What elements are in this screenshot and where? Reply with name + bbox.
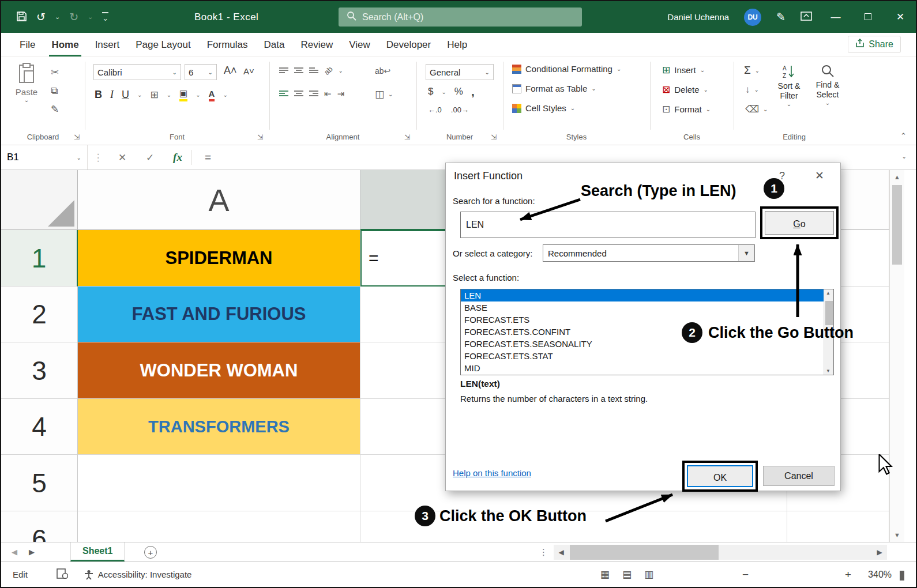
expand-formula-bar-chevron-icon[interactable]: ⌄ [902,153,907,160]
dialog-close-icon[interactable]: ✕ [815,169,824,182]
undo-icon[interactable]: ↺ [36,12,46,22]
copy-icon[interactable]: ⧉ [51,86,58,96]
insert-function-icon[interactable]: fx [164,151,191,164]
scroll-right-icon[interactable]: ▶ [872,545,887,560]
zoom-level[interactable]: 340% [868,570,892,580]
cell-styles-button[interactable]: Cell Styles⌄ [512,103,575,113]
orientation-icon[interactable]: ab [322,65,335,77]
sheet-tab-sheet1[interactable]: Sheet1 [70,542,125,561]
format-as-table-button[interactable]: Format as Table⌄ [512,84,596,93]
tab-scroll-divider-icon[interactable]: ⋮ [539,547,548,557]
scroll-down-icon[interactable]: ▼ [890,532,904,538]
ok-button[interactable]: OK [687,465,753,487]
comma-format-icon[interactable]: , [471,85,475,99]
cell-a1[interactable]: SPIDERMAN [78,230,360,287]
font-name-combobox[interactable]: Calibri⌄ [93,64,181,80]
insert-cells-button[interactable]: ⊞ Insert⌄ [662,64,705,76]
undo-chevron-icon[interactable]: ⌄ [55,13,60,21]
cell-a3[interactable]: WONDER WOMAN [78,342,360,399]
bold-button[interactable]: B [95,89,102,101]
avatar[interactable]: DU [744,9,761,26]
cell-a6[interactable] [78,511,360,542]
increase-font-size-icon[interactable]: A˄ [224,65,237,77]
go-button[interactable]: Go [765,211,834,235]
sheet-nav-right-icon[interactable]: ▶ [29,548,35,556]
vertical-scrollbar-thumb[interactable] [892,185,902,265]
format-painter-icon[interactable]: ✎ [51,104,59,114]
quick-access-toolbar-chevron-icon[interactable]: ⌄ [102,12,108,22]
function-item[interactable]: MID [461,362,833,374]
merge-center-icon[interactable]: ◫ [375,89,384,99]
paste-button[interactable]: Paste ⌄ [9,63,44,103]
function-item[interactable]: FORECAST.ETS.STAT [461,350,833,362]
autosum-icon[interactable]: Σ [744,64,751,77]
increase-decimal-icon[interactable]: ←.0 [428,105,442,114]
close-button[interactable]: ✕ [892,11,909,23]
select-all-corner[interactable] [1,170,78,230]
borders-icon[interactable]: ⊞ [150,90,158,100]
align-top-icon[interactable] [279,67,288,74]
new-sheet-button[interactable]: + [144,546,157,559]
horizontal-scrollbar-thumb[interactable] [570,545,719,560]
font-color-icon[interactable]: A [209,89,215,101]
enter-entry-icon[interactable]: ✓ [136,152,164,164]
share-button[interactable]: Share [848,36,901,53]
cut-icon[interactable]: ✂ [51,67,59,77]
page-break-view-icon[interactable]: ▥ [644,568,653,581]
clear-icon[interactable]: ⌫ [745,104,759,114]
minimize-button[interactable]: — [827,12,844,23]
row-header-3[interactable]: 3 [1,342,78,399]
maximize-button[interactable] [859,12,877,23]
tab-file[interactable]: File [12,33,43,56]
percent-format-icon[interactable]: % [454,86,463,97]
function-item-selected[interactable]: LEN [461,289,833,301]
align-center-icon[interactable] [294,90,303,97]
list-scroll-up-icon[interactable]: ▲ [826,291,830,296]
list-scrollbar-thumb[interactable] [825,301,833,325]
fill-color-icon[interactable]: ▣ [179,88,187,101]
vertical-scrollbar[interactable]: ▲ ▼ [889,170,904,542]
cancel-entry-icon[interactable]: ✕ [108,152,136,164]
fill-icon[interactable]: ↓ [745,85,750,95]
delete-cells-button[interactable]: ⊠ Delete⌄ [662,84,708,96]
row-header-6[interactable]: 6 [1,511,78,542]
normal-view-icon[interactable]: ▦ [600,568,610,581]
find-select-button[interactable]: Find & Select ⌄ [810,64,845,106]
pen-icon[interactable]: ✎ [776,12,786,22]
row-header-4[interactable]: 4 [1,399,78,455]
currency-format-icon[interactable]: $ [428,86,433,97]
page-layout-view-icon[interactable]: ▤ [622,568,632,581]
cell-a4[interactable]: TRANSFORMERS [78,399,360,455]
number-dialog-launcher-icon[interactable]: ⇲ [491,133,497,141]
tab-developer[interactable]: Developer [378,33,439,56]
scroll-up-icon[interactable]: ▲ [890,174,904,180]
underline-chevron-icon[interactable]: ⌄ [137,92,142,98]
decrease-font-size-icon[interactable]: A˅ [243,66,254,76]
name-box-chevron-icon[interactable]: ⌄ [77,154,81,161]
macro-record-icon[interactable] [57,568,68,581]
accessibility-status[interactable]: Accessibility: Investigate [84,570,192,580]
wrap-text-icon[interactable]: ab↩ [375,66,390,76]
clipboard-dialog-launcher-icon[interactable]: ⇲ [74,133,80,141]
sort-filter-button[interactable]: AZ Sort & Filter ⌄ [772,64,806,107]
conditional-formatting-button[interactable]: Conditional Formatting⌄ [512,64,621,74]
cell-a5[interactable] [78,455,360,511]
font-dialog-launcher-icon[interactable]: ⇲ [257,133,263,141]
category-dropdown[interactable]: Recommended ▼ [543,244,755,262]
tab-review[interactable]: Review [292,33,341,56]
alignment-dialog-launcher-icon[interactable]: ⇲ [404,133,410,141]
row-header-5[interactable]: 5 [1,455,78,511]
format-cells-button[interactable]: ⊡ Format⌄ [662,103,711,115]
function-search-input[interactable]: LEN [460,212,756,238]
scroll-left-icon[interactable]: ◀ [554,545,569,560]
ribbon-display-options-icon[interactable] [801,12,812,23]
align-middle-icon[interactable] [294,67,303,74]
save-icon[interactable] [16,11,27,24]
decrease-decimal-icon[interactable]: .00→ [451,105,469,114]
row-header-1[interactable]: 1 [1,230,78,287]
tab-view[interactable]: View [341,33,378,56]
zoom-in-icon[interactable]: + [845,568,851,581]
help-on-function-link[interactable]: Help on this function [453,468,531,478]
user-name[interactable]: Daniel Uchenna [667,12,729,22]
list-scroll-down-icon[interactable]: ▼ [826,368,830,374]
